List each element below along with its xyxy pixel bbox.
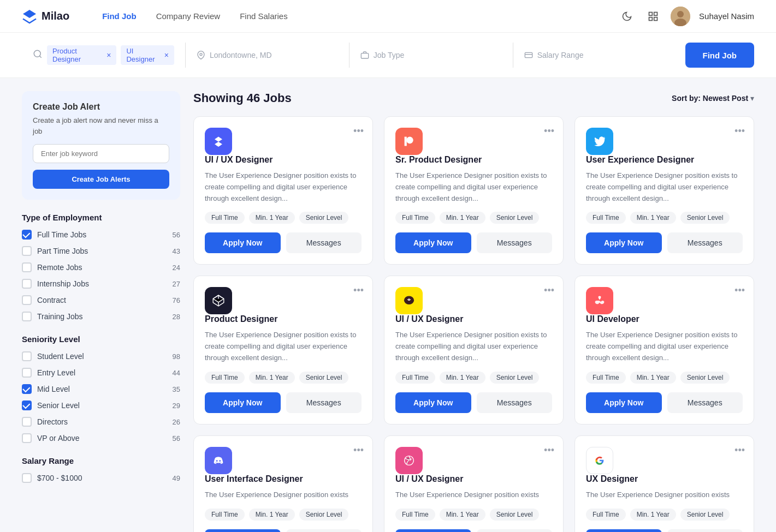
messages-button[interactable]: Messages xyxy=(667,529,743,532)
job-description: The User Experience Designer position ex… xyxy=(395,170,552,204)
job-tag: Senior Level xyxy=(299,509,349,521)
job-title: User Interface Designer xyxy=(205,474,362,484)
job-tag: Full Time xyxy=(586,372,626,384)
logo[interactable]: Milao xyxy=(22,9,69,24)
messages-button[interactable]: Messages xyxy=(477,529,553,532)
job-tag: Full Time xyxy=(205,372,245,384)
filter-item-left: VP or Above xyxy=(22,433,80,443)
tag-product-designer-close[interactable]: × xyxy=(106,51,111,59)
nav-company-review[interactable]: Company Review xyxy=(156,11,221,21)
nav-find-job[interactable]: Find Job xyxy=(102,11,137,21)
job-tag: Full Time xyxy=(395,509,435,521)
filter-count: 44 xyxy=(173,369,180,377)
apply-now-button[interactable]: Apply Now xyxy=(205,529,281,532)
filter-item[interactable]: Mid Level 35 xyxy=(22,384,180,394)
main-layout: Create Job Alert Create a job alert now … xyxy=(0,78,776,532)
filter-checkbox[interactable] xyxy=(22,417,32,427)
tag-ui-designer[interactable]: UI Designer × xyxy=(121,45,174,65)
filter-item-left: Full Time Jobs xyxy=(22,230,86,240)
tag-ui-designer-close[interactable]: × xyxy=(164,51,169,59)
job-tag: Min. 1 Year xyxy=(249,509,295,521)
job-tags: Full TimeMin. 1 YearSenior Level xyxy=(205,212,362,224)
filter-checkbox[interactable] xyxy=(22,262,32,272)
filter-item[interactable]: Entry Level 44 xyxy=(22,368,180,378)
filter-item-left: Internship Jobs xyxy=(22,279,89,289)
job-tag: Min. 1 Year xyxy=(249,372,295,384)
job-tag: Min. 1 Year xyxy=(440,509,485,521)
apply-now-button[interactable]: Apply Now xyxy=(205,232,281,253)
apply-now-button[interactable]: Apply Now xyxy=(395,232,471,253)
avatar[interactable] xyxy=(671,7,690,26)
job-card-menu[interactable]: ••• xyxy=(544,285,554,296)
job-title: UI / UX Designer xyxy=(205,155,362,165)
filter-item[interactable]: Training Jobs 28 xyxy=(22,312,180,321)
messages-button[interactable]: Messages xyxy=(477,392,553,413)
filter-item[interactable]: Internship Jobs 27 xyxy=(22,279,180,289)
grid-icon[interactable] xyxy=(644,8,662,25)
job-card-menu[interactable]: ••• xyxy=(544,125,554,137)
apply-now-button[interactable]: Apply Now xyxy=(395,529,471,532)
job-card-menu[interactable]: ••• xyxy=(544,445,554,456)
filter-label: Senior Level xyxy=(37,401,80,410)
job-description: The User Experience Designer position ex… xyxy=(586,170,743,204)
filter-item[interactable]: VP or Above 56 xyxy=(22,433,180,443)
user-name: Suhayel Nasim xyxy=(699,11,754,21)
job-card-menu[interactable]: ••• xyxy=(353,285,364,296)
tag-product-designer[interactable]: Product Designer × xyxy=(47,45,116,65)
messages-button[interactable]: Messages xyxy=(667,232,743,253)
filter-checkbox[interactable] xyxy=(22,295,32,305)
filter-checkbox[interactable] xyxy=(22,279,32,289)
job-keyword-input[interactable] xyxy=(33,144,169,163)
job-card-menu[interactable]: ••• xyxy=(734,125,745,137)
filter-label: Training Jobs xyxy=(37,312,83,321)
create-alert-button[interactable]: Create Job Alerts xyxy=(33,170,169,189)
filter-checkbox[interactable] xyxy=(22,312,32,321)
messages-button[interactable]: Messages xyxy=(286,232,362,253)
messages-button[interactable]: Messages xyxy=(286,529,362,532)
job-card-menu[interactable]: ••• xyxy=(353,125,364,137)
apply-now-button[interactable]: Apply Now xyxy=(586,232,662,253)
job-card-menu[interactable]: ••• xyxy=(734,445,745,456)
filter-checkbox[interactable] xyxy=(22,433,32,443)
filter-checkbox[interactable] xyxy=(22,230,32,240)
find-job-button[interactable]: Find Job xyxy=(685,43,755,68)
messages-button[interactable]: Messages xyxy=(286,392,362,413)
filter-checkbox[interactable] xyxy=(22,246,32,256)
filter-checkbox[interactable] xyxy=(22,384,32,394)
job-actions: Apply Now Messages xyxy=(395,529,552,532)
filter-checkbox[interactable] xyxy=(22,401,32,410)
apply-now-button[interactable]: Apply Now xyxy=(586,529,662,532)
filter-count: 76 xyxy=(173,296,180,304)
nav-find-salaries[interactable]: Find Salaries xyxy=(240,11,288,21)
filter-item[interactable]: Contract 76 xyxy=(22,295,180,305)
job-title: User Experience Designer xyxy=(586,155,743,165)
sort-value[interactable]: Newest Post xyxy=(703,94,748,103)
messages-button[interactable]: Messages xyxy=(477,232,553,253)
job-tag: Senior Level xyxy=(490,212,540,224)
filter-checkbox[interactable] xyxy=(22,473,32,483)
filter-item[interactable]: Senior Level 29 xyxy=(22,401,180,410)
job-card-menu[interactable]: ••• xyxy=(734,285,745,296)
moon-icon[interactable] xyxy=(618,8,636,25)
filter-item[interactable]: Remote Jobs 24 xyxy=(22,262,180,272)
filter-item[interactable]: Part Time Jobs 43 xyxy=(22,246,180,256)
apply-now-button[interactable]: Apply Now xyxy=(205,392,281,413)
job-card-menu[interactable]: ••• xyxy=(353,445,364,456)
filter-item[interactable]: Directors 26 xyxy=(22,417,180,427)
filter-item[interactable]: $700 - $1000 49 xyxy=(22,473,180,483)
messages-button[interactable]: Messages xyxy=(667,392,743,413)
filter-count: 35 xyxy=(173,385,180,393)
job-type-section[interactable]: Job Type xyxy=(350,43,513,68)
apply-now-button[interactable]: Apply Now xyxy=(395,392,471,413)
filter-item-left: Remote Jobs xyxy=(22,262,82,272)
filter-item[interactable]: Full Time Jobs 56 xyxy=(22,230,180,240)
filter-label: Contract xyxy=(37,296,66,304)
apply-now-button[interactable]: Apply Now xyxy=(586,392,662,413)
job-tag: Senior Level xyxy=(299,212,349,224)
salary-section[interactable]: Salary Range xyxy=(513,43,677,68)
filter-checkbox[interactable] xyxy=(22,368,32,378)
location-section[interactable]: Londontowne, MD xyxy=(186,43,350,68)
filter-checkbox[interactable] xyxy=(22,351,32,361)
filter-item[interactable]: Student Level 98 xyxy=(22,351,180,361)
filter-item-left: Entry Level xyxy=(22,368,75,378)
